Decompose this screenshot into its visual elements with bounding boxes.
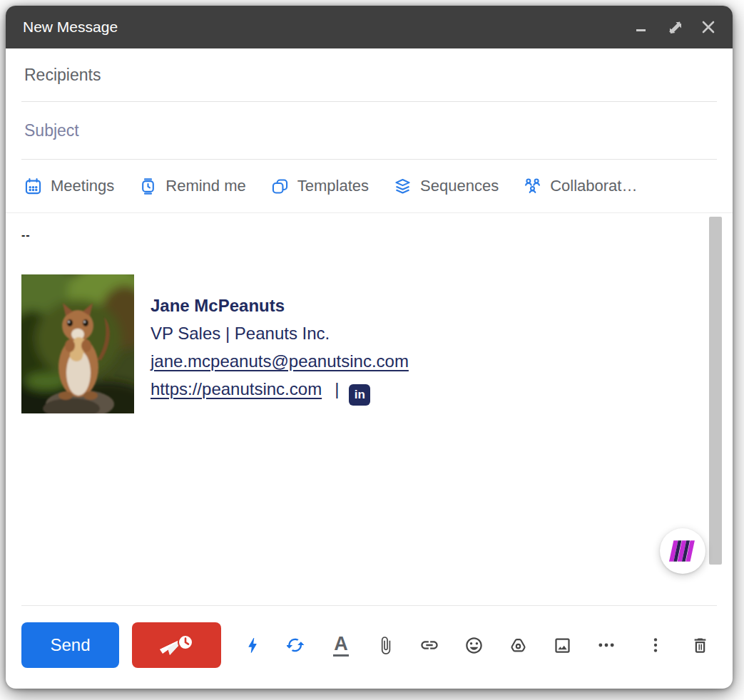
signature-name: Jane McPeanuts bbox=[151, 292, 409, 319]
email-signature: Jane McPeanuts VP Sales | Peanuts Inc. j… bbox=[21, 274, 704, 413]
sequences-label: Sequences bbox=[420, 177, 499, 195]
recipients-input[interactable] bbox=[21, 66, 717, 85]
attach-file-button[interactable] bbox=[370, 629, 401, 661]
compose-window: New Message bbox=[6, 6, 733, 689]
sync-button[interactable] bbox=[281, 629, 312, 661]
collaborate-button[interactable]: Collaborat… bbox=[523, 177, 637, 196]
meetings-label: Meetings bbox=[51, 177, 114, 195]
mixmax-toolbar: Meetings Remind me Templates bbox=[6, 160, 733, 213]
remind-me-button[interactable]: Remind me bbox=[138, 177, 245, 196]
mixmax-avatar-button[interactable] bbox=[660, 528, 705, 574]
format-text-button[interactable]: A bbox=[325, 629, 357, 661]
mixmax-logo-icon bbox=[669, 540, 696, 562]
layers-icon bbox=[393, 177, 412, 196]
send-later-button[interactable] bbox=[132, 622, 221, 668]
signature-photo-squirrel[interactable] bbox=[21, 274, 134, 413]
signature-email-link[interactable]: jane.mcpeanuts@peanutsinc.com bbox=[151, 351, 409, 371]
paperclip-icon bbox=[376, 636, 395, 655]
drive-icon bbox=[509, 636, 528, 655]
lightning-button[interactable] bbox=[237, 629, 268, 661]
signature-website-link[interactable]: https://peanutsinc.com bbox=[151, 379, 322, 398]
more-vertical-icon bbox=[646, 636, 665, 654]
collaborate-label: Collaborat… bbox=[550, 177, 637, 195]
expand-button[interactable] bbox=[667, 19, 683, 35]
signature-separator: | bbox=[335, 379, 339, 398]
signature-delimiter: -- bbox=[21, 229, 704, 242]
group-icon bbox=[523, 177, 542, 196]
linkedin-icon[interactable]: in bbox=[349, 384, 370, 406]
templates-button[interactable]: Templates bbox=[270, 177, 369, 196]
minimize-button[interactable] bbox=[634, 20, 648, 34]
remind-me-label: Remind me bbox=[165, 177, 245, 195]
paper-plane-clock-icon bbox=[158, 632, 195, 658]
recipients-row bbox=[21, 48, 717, 102]
templates-icon bbox=[270, 177, 290, 196]
emoji-icon bbox=[464, 636, 484, 655]
subject-row bbox=[21, 102, 717, 160]
more-options-button[interactable] bbox=[591, 629, 622, 661]
signature-text: Jane McPeanuts VP Sales | Peanuts Inc. j… bbox=[151, 292, 409, 406]
scrollbar[interactable] bbox=[709, 217, 722, 565]
minimize-icon bbox=[634, 20, 648, 34]
message-body[interactable]: -- bbox=[6, 213, 733, 605]
subject-input[interactable] bbox=[21, 121, 717, 140]
meetings-button[interactable]: Meetings bbox=[24, 177, 114, 196]
insert-link-button[interactable] bbox=[414, 629, 445, 661]
image-icon bbox=[553, 636, 572, 655]
sync-icon bbox=[287, 635, 307, 655]
signature-job-title: VP Sales | Peanuts Inc. bbox=[151, 319, 409, 347]
link-icon bbox=[419, 635, 439, 655]
insert-image-button[interactable] bbox=[546, 629, 578, 661]
close-icon bbox=[701, 20, 715, 34]
sequences-button[interactable]: Sequences bbox=[393, 177, 499, 196]
window-title: New Message bbox=[23, 19, 616, 36]
titlebar: New Message bbox=[6, 6, 733, 48]
calendar-icon bbox=[24, 177, 43, 196]
discard-draft-button[interactable] bbox=[684, 629, 715, 661]
lightning-bolt-icon bbox=[243, 636, 262, 654]
close-button[interactable] bbox=[701, 20, 715, 34]
more-send-options-button[interactable] bbox=[640, 629, 671, 661]
format-text-icon: A bbox=[333, 634, 349, 657]
templates-label: Templates bbox=[297, 177, 369, 195]
insert-emoji-button[interactable] bbox=[458, 629, 489, 661]
trash-icon bbox=[691, 636, 710, 655]
more-horizontal-icon bbox=[596, 635, 616, 655]
compose-footer: Send A bbox=[6, 606, 733, 689]
drive-button[interactable] bbox=[502, 629, 534, 661]
expand-icon bbox=[667, 19, 683, 35]
watch-icon bbox=[138, 177, 158, 196]
send-button[interactable]: Send bbox=[21, 622, 119, 668]
